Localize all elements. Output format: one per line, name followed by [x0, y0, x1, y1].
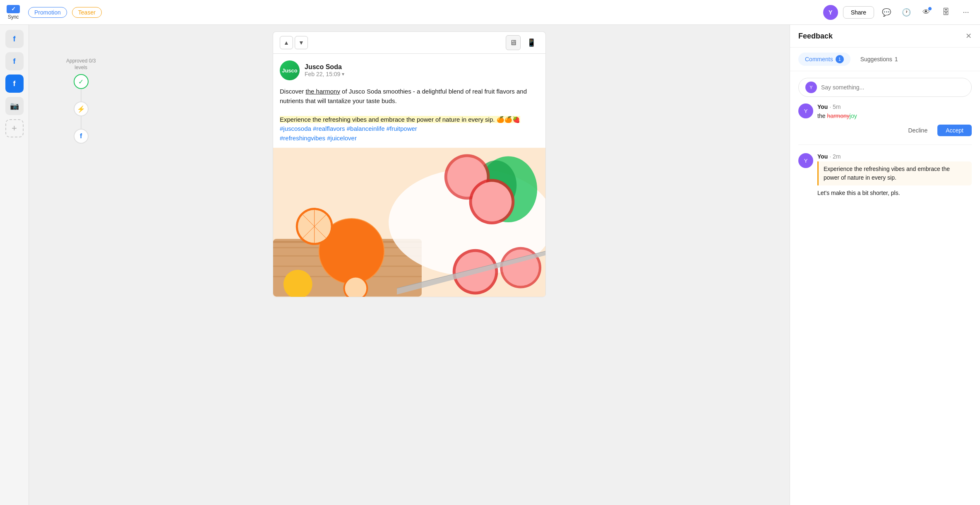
- facebook-icon-2: f: [13, 57, 16, 66]
- post-image: [273, 148, 545, 297]
- center-content: Approved 0/3 levels ⚡ f ▲ ▼ 🖥 📱: [29, 25, 790, 505]
- decline-button[interactable]: Decline: [901, 125, 934, 136]
- comment-divider: [798, 144, 972, 145]
- post-hashtags-2: #refreshingvibes #juicelover: [280, 135, 357, 142]
- post-meta: Jusco Soda Feb 22, 15:09 ▾: [305, 63, 539, 77]
- add-channel-button[interactable]: +: [5, 119, 24, 137]
- inserted-word: joy: [850, 113, 857, 119]
- tab-comments[interactable]: Comments 1: [798, 53, 850, 66]
- tab-suggestions-label: Suggestions: [860, 56, 892, 63]
- sync-checkbox-icon: [7, 5, 20, 13]
- post-card: Jusco Jusco Soda Feb 22, 15:09 ▾ Discove…: [273, 53, 546, 297]
- approval-sidebar: Approved 0/3 levels ⚡ f: [66, 58, 96, 144]
- accept-button[interactable]: Accept: [937, 125, 972, 136]
- post-author: Jusco Soda: [305, 63, 539, 71]
- topbar-right: Y Share 💬 🕐 👁 🗄 ···: [823, 5, 973, 20]
- sidebar-item-fb-3-active[interactable]: f: [5, 75, 24, 93]
- feedback-panel: Feedback ✕ Comments 1 Suggestions 1 Y: [790, 25, 980, 505]
- clock-icon-button[interactable]: 🕐: [899, 5, 914, 20]
- sidebar-item-fb-1[interactable]: f: [5, 30, 24, 48]
- approval-connector-1: [81, 89, 82, 101]
- eye-icon-button[interactable]: 👁: [919, 5, 934, 20]
- more-icon-button[interactable]: ···: [958, 5, 973, 20]
- comment-author-2: You: [817, 153, 828, 160]
- date-chevron-icon[interactable]: ▾: [342, 71, 344, 77]
- post-text-line2: Experience the refreshing vibes and embr…: [280, 116, 520, 123]
- tab-comments-label: Comments: [805, 56, 833, 63]
- mobile-view-button[interactable]: 📱: [524, 35, 539, 50]
- post-date: Feb 22, 15:09 ▾: [305, 71, 539, 77]
- arrow-up-button[interactable]: ▲: [280, 36, 293, 49]
- comment-item-1: Y You · 5m the harmonyjoy Decline Accept: [798, 103, 972, 136]
- suggestions-count: 1: [895, 56, 898, 63]
- user-avatar[interactable]: Y: [823, 5, 838, 20]
- comment-content-2: You · 2m Experience the refreshing vibes…: [817, 153, 972, 197]
- text-before-highlight: Discover: [280, 88, 306, 95]
- archive-icon-button[interactable]: 🗄: [939, 5, 954, 20]
- sidebar-item-instagram[interactable]: 📷: [5, 97, 24, 115]
- comment-avatar-2: Y: [798, 153, 813, 168]
- share-button[interactable]: Share: [843, 6, 874, 19]
- approval-node-fb[interactable]: f: [74, 129, 89, 144]
- comment-time-2: · 2m: [829, 153, 841, 160]
- current-user-avatar-small: Y: [805, 82, 817, 93]
- feedback-title: Feedback: [798, 32, 833, 41]
- left-sidebar: f f f 📷 +: [0, 25, 29, 505]
- strikethrough-word: harmony: [827, 113, 849, 119]
- chat-icon-button[interactable]: 💬: [879, 5, 894, 20]
- topbar: Sync Promotion Teaser Y Share 💬 🕐 👁 🗄 ··…: [0, 0, 980, 25]
- comment-item-2: Y You · 2m Experience the refreshing vib…: [798, 153, 972, 197]
- highlighted-word: the harmony: [306, 88, 340, 95]
- tab-suggestions[interactable]: Suggestions 1: [854, 53, 905, 66]
- comment-time-1: · 5m: [829, 103, 841, 110]
- sync-label: Sync: [8, 14, 19, 20]
- comment-author-1: You: [817, 103, 828, 110]
- nav-arrows: ▲ ▼: [280, 36, 308, 49]
- comment-text-1: the harmonyjoy: [817, 112, 972, 120]
- comment-avatar-1: Y: [798, 103, 813, 118]
- brand-logo-text: Jusco: [282, 67, 298, 74]
- post-body-text: Discover the harmony of Jusco Soda smoot…: [273, 87, 545, 148]
- approved-label: Approved 0/3 levels: [66, 58, 96, 71]
- comment-input-area[interactable]: Y: [798, 78, 972, 97]
- comment-meta-1: You · 5m: [817, 103, 972, 110]
- approval-node-check[interactable]: [74, 74, 89, 89]
- fruit-image-bg: [273, 148, 545, 297]
- fruit-svg: [273, 148, 545, 297]
- quoted-text-block: Experience the refreshing vibes and embr…: [817, 161, 972, 185]
- desktop-view-button[interactable]: 🖥: [506, 35, 521, 50]
- comment-actions-1: Decline Accept: [817, 125, 972, 136]
- device-icons: 🖥 📱: [506, 35, 539, 50]
- instagram-icon: 📷: [10, 101, 19, 111]
- comments-badge: 1: [836, 55, 844, 63]
- plus-icon: +: [12, 123, 17, 134]
- post-header: Jusco Jusco Soda Feb 22, 15:09 ▾: [273, 54, 545, 87]
- facebook-icon-3: f: [13, 79, 16, 88]
- comment-input[interactable]: [821, 84, 965, 91]
- sidebar-item-fb-2[interactable]: f: [5, 52, 24, 70]
- tag-promotion[interactable]: Promotion: [28, 7, 67, 18]
- comment-content-1: You · 5m the harmonyjoy Decline Accept: [817, 103, 972, 136]
- feedback-header: Feedback ✕: [790, 25, 980, 48]
- brand-logo: Jusco: [280, 60, 300, 80]
- arrow-down-button[interactable]: ▼: [295, 36, 308, 49]
- sync-logo: Sync: [7, 5, 20, 20]
- tag-teaser[interactable]: Teaser: [72, 7, 102, 18]
- comment-text-2: Let's make this a bit shorter, pls.: [817, 189, 972, 197]
- comment-meta-2: You · 2m: [817, 153, 972, 160]
- facebook-node-icon: f: [80, 132, 82, 140]
- svg-point-20: [472, 182, 512, 221]
- approval-node-lightning[interactable]: ⚡: [74, 101, 89, 116]
- post-hashtags: #juscosoda #realflavors #balanceinlife #…: [280, 125, 417, 132]
- feedback-tabs: Comments 1 Suggestions 1: [790, 48, 980, 71]
- approval-connector-2: [81, 116, 82, 129]
- facebook-icon-1: f: [13, 35, 16, 43]
- preview-controls: ▲ ▼ 🖥 📱: [273, 31, 546, 53]
- close-feedback-button[interactable]: ✕: [966, 31, 972, 41]
- feedback-body: Y Y You · 5m the harmonyjoy: [790, 71, 980, 505]
- main-layout: f f f 📷 + Approved 0/3 levels ⚡: [0, 25, 980, 505]
- lightning-icon: ⚡: [77, 105, 85, 113]
